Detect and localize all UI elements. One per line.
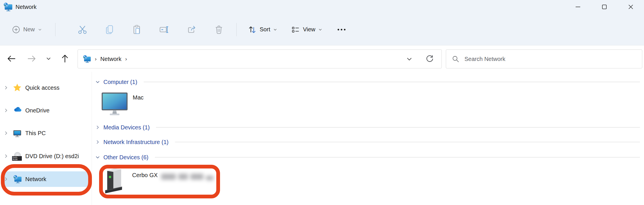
search-box xyxy=(446,49,642,68)
group-header-computer[interactable]: Computer (1) xyxy=(94,76,640,88)
refresh-icon[interactable] xyxy=(425,55,434,63)
onedrive-cloud-icon xyxy=(13,106,22,115)
paste-icon xyxy=(132,24,142,35)
group-header-network-infrastructure[interactable]: Network Infrastructure (1) xyxy=(94,136,640,148)
sidebar-item-label: DVD Drive (D:) esd2i xyxy=(25,153,79,160)
command-toolbar: New xyxy=(0,14,644,45)
sidebar-item-label: This PC xyxy=(25,130,46,137)
paste-button[interactable] xyxy=(123,24,151,35)
cut-button[interactable] xyxy=(69,24,96,35)
group-label: Media Devices (1) xyxy=(103,124,150,131)
group-label: Other Devices (6) xyxy=(103,154,149,161)
group-label: Computer (1) xyxy=(103,79,137,85)
address-dropdown-chevron-icon[interactable] xyxy=(406,55,413,62)
window-title: Network xyxy=(16,4,36,10)
copy-button[interactable] xyxy=(96,24,123,35)
annotation-box-cerbo-gx xyxy=(99,165,220,198)
chevron-right-icon[interactable] xyxy=(94,125,101,130)
chevron-down-icon xyxy=(318,28,322,32)
rename-icon xyxy=(159,24,169,35)
chevron-right-icon[interactable] xyxy=(1,131,11,136)
minimize-icon xyxy=(575,4,581,9)
minimize-button[interactable] xyxy=(565,0,591,14)
share-icon xyxy=(186,24,197,35)
recent-locations-button[interactable] xyxy=(45,55,52,62)
up-button[interactable] xyxy=(60,53,70,64)
new-button-label: New xyxy=(23,26,35,33)
rename-button[interactable] xyxy=(151,24,178,35)
search-icon xyxy=(452,55,459,63)
sidebar-item-label: Quick access xyxy=(25,85,59,91)
search-input[interactable] xyxy=(464,55,636,63)
sort-icon xyxy=(248,25,257,34)
plus-circle-icon xyxy=(12,26,20,34)
new-button[interactable]: New xyxy=(12,26,42,34)
copy-icon xyxy=(105,24,115,35)
group-header-media-devices[interactable]: Media Devices (1) xyxy=(94,122,640,133)
group-label: Network Infrastructure (1) xyxy=(103,139,169,145)
address-bar-actions xyxy=(406,55,437,63)
device-mac[interactable]: Mac xyxy=(101,91,144,118)
chevron-right-icon[interactable] xyxy=(1,85,11,90)
toolbar-divider xyxy=(236,23,237,36)
mac-monitor-icon xyxy=(101,91,128,118)
content-area: Quick access OneDrive xyxy=(0,72,644,205)
more-options-button[interactable] xyxy=(329,25,354,35)
sidebar-item-this-pc[interactable]: This PC xyxy=(1,125,91,141)
breadcrumb-separator: › xyxy=(95,56,97,62)
navigation-row: › Network › xyxy=(0,45,644,72)
group-header-other-devices[interactable]: Other Devices (6) xyxy=(94,152,640,163)
network-icon xyxy=(3,2,13,12)
view-icon xyxy=(291,25,300,34)
address-bar[interactable]: › Network › xyxy=(78,49,442,68)
chevron-down-icon[interactable] xyxy=(94,79,101,85)
close-button[interactable] xyxy=(618,0,644,14)
delete-icon xyxy=(214,24,224,35)
title-bar: Network xyxy=(0,0,644,14)
navigation-buttons xyxy=(0,45,70,72)
group-rule xyxy=(175,142,640,142)
network-icon xyxy=(82,55,91,63)
maximize-button[interactable] xyxy=(591,0,618,14)
view-button[interactable]: View xyxy=(284,25,329,34)
chevron-right-icon[interactable] xyxy=(1,108,11,113)
sidebar-item-label: OneDrive xyxy=(25,107,49,114)
sidebar-item-quick-access[interactable]: Quick access xyxy=(1,80,91,95)
group-rule xyxy=(144,82,640,82)
maximize-icon xyxy=(602,4,607,9)
close-icon xyxy=(628,4,633,9)
chevron-down-icon[interactable] xyxy=(94,155,101,160)
group-rule xyxy=(156,127,640,128)
view-label: View xyxy=(303,26,315,33)
chevron-down-icon xyxy=(273,28,277,32)
sidebar-item-onedrive[interactable]: OneDrive xyxy=(1,103,91,118)
cut-icon xyxy=(77,24,88,35)
more-icon xyxy=(337,25,346,35)
annotation-circle-network xyxy=(1,164,92,196)
toolbar-divider xyxy=(55,23,55,36)
window-controls xyxy=(565,0,644,14)
monitor-icon xyxy=(13,129,22,138)
sidebar-divider xyxy=(92,72,92,205)
sort-label: Sort xyxy=(260,26,270,33)
delete-button[interactable] xyxy=(205,24,232,35)
forward-button[interactable] xyxy=(26,53,37,64)
sidebar-item-dvd-drive[interactable]: DVD-ROM DVD Drive (D:) esd2i xyxy=(1,148,91,164)
chevron-right-icon[interactable] xyxy=(94,139,101,145)
chevron-down-icon xyxy=(38,28,42,32)
back-button[interactable] xyxy=(6,53,17,64)
star-icon xyxy=(13,83,22,92)
sort-button[interactable]: Sort xyxy=(241,25,284,34)
file-explorer-window: Network xyxy=(0,0,644,205)
group-rule xyxy=(155,157,640,158)
dvd-rom-label: DVD-ROM xyxy=(12,156,22,161)
share-button[interactable] xyxy=(178,24,205,35)
chevron-right-icon[interactable] xyxy=(1,154,11,159)
breadcrumb-network[interactable]: Network xyxy=(100,56,121,62)
dvd-disc-icon: DVD-ROM xyxy=(13,152,22,161)
device-label: Mac xyxy=(133,94,144,101)
breadcrumb-separator: › xyxy=(125,56,127,62)
